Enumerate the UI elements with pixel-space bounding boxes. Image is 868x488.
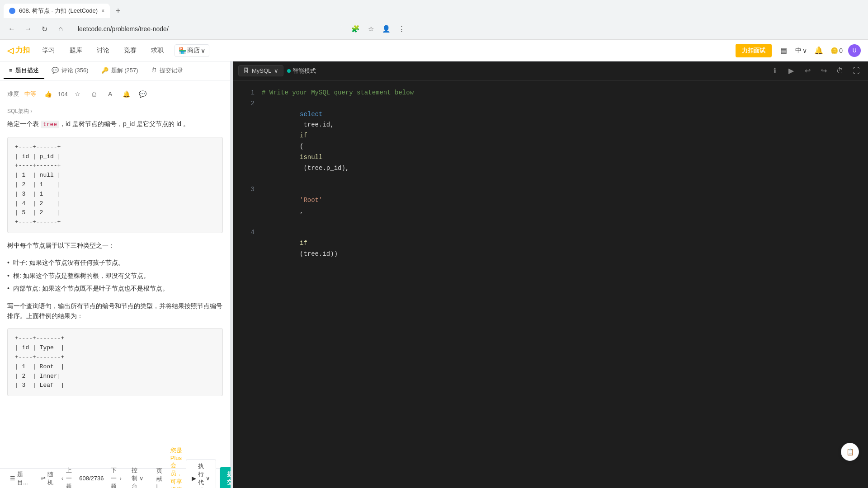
interview-button[interactable]: 力扣面试: [736, 44, 772, 57]
node-type-root: 根: 如果这个节点是整棵树的根，即没有父节点。: [13, 271, 150, 281]
list-button[interactable]: ☰ 题目...: [5, 468, 33, 488]
star-button[interactable]: ☆: [71, 88, 84, 100]
subscribe-button[interactable]: 🔔: [120, 88, 133, 100]
solution-icon: 🔑: [101, 67, 108, 74]
node-type-leaf: 叶子: 如果这个节点没有任何孩子节点。: [13, 258, 124, 267]
contribute-label: 页献 i: [156, 467, 162, 488]
active-tab[interactable]: 608. 树节点 - 力扣 (LeetCode) ×: [4, 4, 110, 18]
share-button[interactable]: ⎙: [88, 88, 100, 100]
nav-shop[interactable]: 🏪 商店 ∨: [175, 44, 209, 57]
list-label: 题目...: [17, 470, 28, 487]
result-table: +----+-------+ | id | Type | +----+-----…: [7, 328, 223, 396]
coins-icon: 🪙: [830, 47, 838, 54]
nav-problems[interactable]: 题库: [66, 45, 86, 56]
lang-label: 中: [795, 47, 802, 55]
list-item: • 根: 如果这个节点是整棵树的根，即没有父节点。: [7, 271, 223, 281]
tab-title: 608. 树节点 - 力扣 (LeetCode): [19, 7, 98, 15]
shop-icon: 🏪: [179, 47, 186, 54]
sql-schema-link[interactable]: SQL架构 ›: [7, 108, 223, 115]
code-content-1: # Write your MySQL query statement below: [262, 88, 414, 99]
logo-text: 力扣: [15, 46, 30, 55]
chevron-right-icon: ›: [119, 475, 121, 482]
editor-toolbar: 🗄 MySQL ∨ 智能模式 ℹ ▶ ↩ ↪ ⏱ ⛶: [233, 61, 868, 80]
comment-button[interactable]: 💬: [137, 88, 149, 100]
node-types-intro: 树中每个节点属于以下三种类型之一：: [7, 240, 223, 250]
right-panel: 🗄 MySQL ∨ 智能模式 ℹ ▶ ↩ ↪ ⏱ ⛶ 1 # Write you…: [233, 61, 868, 488]
run-button[interactable]: ▶ 执行代码 ∨: [186, 459, 216, 488]
reload-button[interactable]: ↻: [38, 23, 51, 35]
back-button[interactable]: ←: [5, 23, 18, 35]
bookmark-icon[interactable]: ☆: [364, 23, 377, 35]
contribute-button[interactable]: 页献 i: [152, 464, 167, 488]
ai-label: 智能模式: [292, 67, 316, 75]
problem-count: 608/2736: [75, 475, 107, 482]
line-number-1: 1: [240, 88, 255, 99]
lang-select[interactable]: 中 ∨: [795, 47, 807, 55]
tab-close-button[interactable]: ×: [101, 8, 104, 14]
clock-icon[interactable]: ⏱: [834, 65, 846, 77]
ai-mode[interactable]: 智能模式: [287, 67, 316, 75]
db-chevron: ∨: [274, 67, 278, 74]
db-label: MySQL: [252, 67, 271, 74]
redo-icon[interactable]: ↪: [817, 65, 830, 77]
floating-button[interactable]: 📋: [841, 443, 859, 461]
random-button[interactable]: ⇌ 随机: [36, 468, 58, 488]
tab-submissions-label: 提交记录: [160, 66, 183, 75]
db-select[interactable]: 🗄 MySQL ∨: [238, 65, 283, 76]
expand-icon[interactable]: ⛶: [850, 65, 863, 77]
node-types-list: • 叶子: 如果这个节点没有任何孩子节点。 • 根: 如果这个节点是整棵树的根，…: [7, 258, 223, 293]
info-icon[interactable]: ℹ: [769, 65, 781, 77]
tab-comments[interactable]: 💬 评论 (356): [46, 63, 94, 79]
list-view-icon[interactable]: ▤: [777, 44, 790, 57]
avatar[interactable]: U: [848, 44, 861, 57]
comment-icon: 💬: [52, 67, 59, 74]
shop-label: 商店: [187, 47, 200, 55]
nav-contest[interactable]: 竞赛: [120, 45, 140, 56]
nav-discuss[interactable]: 讨论: [93, 45, 113, 56]
translate-button[interactable]: A: [104, 88, 117, 100]
home-button[interactable]: ⌂: [54, 23, 67, 35]
tab-solutions[interactable]: 🔑 题解 (257): [96, 63, 144, 79]
line-number-2: 2: [240, 99, 255, 109]
more-icon[interactable]: ⋮: [395, 23, 408, 35]
tab-submissions[interactable]: ⏱ 提交记录: [146, 63, 189, 79]
lc-logo[interactable]: ◁ 力扣: [7, 46, 30, 56]
browser-actions: 🧩 ☆ 👤 ⋮: [349, 23, 408, 35]
run-chevron: ∨: [206, 475, 210, 482]
coins-display: 🪙 0: [830, 47, 843, 54]
description-icon: ≡: [9, 67, 13, 74]
next-button[interactable]: 下一题 ›: [111, 466, 121, 488]
input-table: +----+------+ | id | p_id | +----+------…: [7, 137, 223, 233]
nav-study[interactable]: 学习: [39, 45, 59, 56]
tab-description[interactable]: ≡ 题目描述: [4, 63, 44, 79]
editor-area[interactable]: 1 # Write your MySQL query statement bel…: [233, 80, 868, 488]
forward-button[interactable]: →: [22, 23, 34, 35]
bell-icon[interactable]: 🔔: [812, 44, 825, 57]
write-query-desc: 写一个查询语句，输出所有节点的编号和节点的类型，并将结果按照节点编号排序。上面样…: [7, 301, 223, 321]
nav-jobs[interactable]: 求职: [147, 45, 167, 56]
new-tab-button[interactable]: +: [112, 5, 124, 17]
list-item: • 叶子: 如果这个节点没有任何孩子节点。: [7, 258, 223, 267]
plus-message: 您是 Plus 会员，可享极速判题通道: [170, 446, 182, 488]
extensions-icon[interactable]: 🧩: [349, 23, 362, 35]
lc-header: ◁ 力扣 学习 题库 讨论 竞赛 求职 🏪 商店 ∨ 力扣面试 ▤ 中 ∨ 🔔 …: [0, 40, 868, 61]
bottom-left: ☰ 题目... ⇌ 随机 ‹ 上一题 608/2736 下一题 ›: [5, 466, 122, 488]
bullet: •: [7, 271, 9, 281]
tab-solutions-label: 题解 (257): [111, 66, 138, 75]
run-toolbar-icon[interactable]: ▶: [785, 65, 797, 77]
shop-chevron: ∨: [201, 47, 205, 54]
like-button[interactable]: 👍: [42, 88, 54, 100]
prev-button[interactable]: ‹ 上一题: [61, 466, 72, 488]
next-label: 下一题: [111, 466, 117, 488]
code-content-2: select tree.id, if ( isnull (tree.p_id),: [262, 99, 349, 184]
lc-header-right: 力扣面试 ▤ 中 ∨ 🔔 🪙 0 U: [736, 44, 861, 57]
list-item: • 内部节点: 如果这个节点既不是叶子节点也不是根节点。: [7, 283, 223, 293]
undo-icon[interactable]: ↩: [801, 65, 814, 77]
play-icon: ▶: [192, 475, 196, 482]
like-count: 104: [58, 91, 68, 98]
prev-label: 上一题: [66, 466, 72, 488]
address-input[interactable]: [71, 23, 342, 35]
profile-icon[interactable]: 👤: [380, 23, 392, 35]
shuffle-icon: ⇌: [41, 475, 46, 482]
console-button[interactable]: 控制台 ∨: [127, 464, 148, 488]
